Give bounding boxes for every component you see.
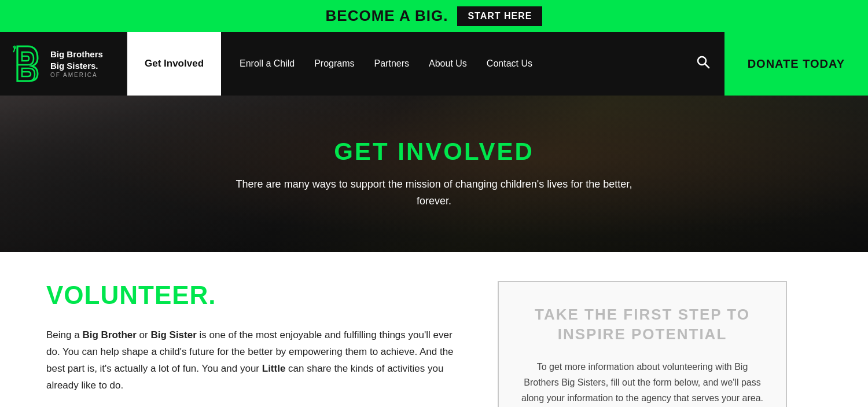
inspire-body: To get more information about volunteeri… <box>519 359 766 407</box>
svg-line-2 <box>705 64 709 68</box>
nav-right: DONATE TODAY <box>682 32 868 96</box>
nav-partners[interactable]: Partners <box>367 58 416 69</box>
nav-contact-us[interactable]: Contact Us <box>480 58 539 69</box>
svg-rect-0 <box>12 41 43 87</box>
get-involved-tab[interactable]: Get Involved <box>127 32 221 96</box>
main-nav: Big BrothersBig Sisters. OF AMERICA Get … <box>0 32 868 96</box>
bbbs-logo-icon <box>12 41 43 87</box>
hero-title: GET INVOLVED <box>231 138 637 166</box>
logo-area: Big BrothersBig Sisters. OF AMERICA <box>0 32 127 96</box>
right-column: TAKE THE FIRST STEP TO INSPIRE POTENTIAL… <box>498 281 787 407</box>
main-content: VOLUNTEER. Being a Big Brother or Big Si… <box>0 252 868 407</box>
nav-about-us[interactable]: About Us <box>422 58 474 69</box>
search-icon <box>696 55 710 69</box>
volunteer-body: Being a Big Brother or Big Sister is one… <box>46 327 463 394</box>
little-bold: Little <box>262 363 286 374</box>
logo-sub-name: OF AMERICA <box>50 71 103 79</box>
inspire-panel: TAKE THE FIRST STEP TO INSPIRE POTENTIAL… <box>498 281 787 407</box>
hero-content: GET INVOLVED There are many ways to supp… <box>231 138 637 210</box>
nav-programs[interactable]: Programs <box>307 58 361 69</box>
start-here-button[interactable]: START HERE <box>457 6 542 26</box>
hero-subtitle: There are many ways to support the missi… <box>231 176 637 210</box>
logo-main-name: Big BrothersBig Sisters. <box>50 49 103 71</box>
hero-section: GET INVOLVED There are many ways to supp… <box>0 96 868 252</box>
donate-today-button[interactable]: DONATE TODAY <box>724 32 868 96</box>
become-a-big-text: BECOME A BIG. <box>326 7 448 25</box>
big-sister-bold: Big Sister <box>150 329 196 340</box>
top-banner: BECOME A BIG. START HERE <box>0 0 868 32</box>
logo-text: Big BrothersBig Sisters. OF AMERICA <box>50 49 103 79</box>
left-column: VOLUNTEER. Being a Big Brother or Big Si… <box>46 281 463 407</box>
search-button[interactable] <box>682 55 724 72</box>
nav-links: Enroll a Child Programs Partners About U… <box>221 32 682 96</box>
volunteer-heading: VOLUNTEER. <box>46 281 463 310</box>
big-brother-bold: Big Brother <box>82 329 137 340</box>
nav-enroll-child[interactable]: Enroll a Child <box>233 58 301 69</box>
inspire-title: TAKE THE FIRST STEP TO INSPIRE POTENTIAL <box>519 305 766 344</box>
